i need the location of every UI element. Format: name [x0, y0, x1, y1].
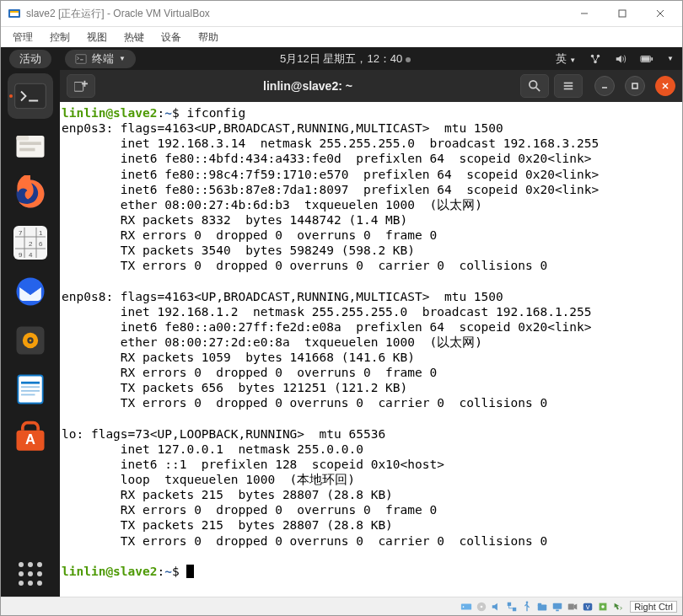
- close-button[interactable]: [641, 2, 679, 26]
- svg-rect-41: [21, 394, 35, 396]
- svg-text:4: 4: [29, 251, 33, 259]
- activities-button[interactable]: 活动: [9, 50, 51, 68]
- notification-dot-icon: [406, 57, 411, 62]
- prompt-user: linlin@slave2: [62, 565, 158, 578]
- dock-item-sudoku[interactable]: 712694: [8, 220, 53, 265]
- terminal-maximize-button[interactable]: [625, 76, 645, 96]
- svg-point-62: [526, 601, 529, 603]
- svg-rect-63: [538, 604, 547, 610]
- status-harddisk-icon[interactable]: [460, 600, 473, 613]
- status-recording-icon[interactable]: [566, 600, 579, 613]
- prompt-user: linlin@slave2: [62, 106, 158, 120]
- minimize-button[interactable]: [565, 2, 603, 26]
- terminal-new-tab-button[interactable]: [67, 74, 95, 98]
- terminal-close-button[interactable]: [655, 76, 675, 96]
- current-app-indicator[interactable]: 终端 ▼: [65, 50, 136, 68]
- dock-item-software[interactable]: A: [8, 415, 53, 461]
- svg-rect-18: [19, 148, 35, 152]
- ubuntu-dock: 712694 A: [1, 70, 60, 597]
- vbox-title: slave2 [正在运行] - Oracle VM VirtualBox: [26, 7, 565, 21]
- svg-rect-39: [21, 386, 40, 388]
- terminal-headerbar[interactable]: linlin@slave2: ~: [60, 70, 682, 102]
- vbox-titlebar[interactable]: slave2 [正在运行] - Oracle VM VirtualBox: [1, 1, 682, 27]
- status-network-icon[interactable]: [505, 600, 519, 613]
- svg-rect-16: [17, 136, 30, 141]
- prompt-path: ~: [164, 565, 172, 578]
- svg-rect-38: [21, 382, 40, 384]
- search-icon: [529, 80, 540, 92]
- command-output: enp0s3: flags=4163<UP,BROADCAST,RUNNING,…: [62, 121, 599, 547]
- dock-item-thunderbird[interactable]: [8, 269, 53, 314]
- svg-point-47: [530, 81, 537, 88]
- terminal-search-button[interactable]: [520, 74, 549, 98]
- svg-point-57: [463, 606, 465, 608]
- input-method-indicator[interactable]: 英 ▼: [556, 51, 577, 67]
- menu-manage[interactable]: 管理: [6, 29, 40, 46]
- status-shared-folders-icon[interactable]: [535, 600, 549, 613]
- vbox-statusbar: V Right Ctrl: [1, 597, 682, 615]
- svg-rect-40: [21, 390, 40, 392]
- cursor: [186, 565, 194, 578]
- menu-devices[interactable]: 设备: [154, 29, 188, 46]
- svg-rect-12: [642, 56, 650, 61]
- status-vrde-icon[interactable]: V: [581, 600, 594, 613]
- status-audio-icon[interactable]: [490, 600, 503, 613]
- dock-item-libreoffice-writer[interactable]: [8, 367, 53, 412]
- svg-text:6: 6: [39, 240, 43, 248]
- svg-text:2: 2: [29, 240, 33, 248]
- terminal-title: linlin@slave2: ~: [100, 79, 515, 93]
- terminal-minimize-button[interactable]: [594, 76, 615, 96]
- maximize-button[interactable]: [603, 2, 641, 26]
- current-app-label: 终端: [92, 51, 114, 67]
- dock-item-rhythmbox[interactable]: [8, 318, 53, 363]
- svg-point-71: [601, 605, 605, 608]
- battery-icon[interactable]: [640, 53, 653, 65]
- svg-rect-7: [76, 54, 86, 63]
- chevron-down-icon: ▼: [119, 55, 126, 62]
- terminal-body[interactable]: linlin@slave2:~$ ifconfig enp0s3: flags=…: [60, 102, 682, 597]
- menu-control[interactable]: 控制: [43, 29, 77, 46]
- system-menu-chevron-icon[interactable]: ▼: [667, 55, 674, 62]
- svg-point-35: [30, 340, 32, 342]
- status-mouse-integration-icon[interactable]: [611, 600, 625, 613]
- svg-text:7: 7: [19, 229, 23, 237]
- svg-rect-36: [18, 376, 42, 404]
- terminal-icon: [75, 53, 87, 65]
- svg-rect-67: [568, 603, 574, 609]
- command-text: ifconfig: [186, 106, 245, 120]
- svg-rect-61: [513, 607, 516, 610]
- dock-item-files[interactable]: [8, 122, 53, 168]
- hamburger-icon: [562, 80, 574, 92]
- status-optical-icon[interactable]: [475, 600, 488, 613]
- status-display-icon[interactable]: [551, 600, 564, 613]
- app-grid-icon: [19, 562, 42, 586]
- svg-rect-2: [10, 11, 19, 13]
- vbox-menubar: 管理 控制 视图 热键 设备 帮助: [1, 27, 682, 47]
- svg-line-48: [536, 88, 540, 91]
- dock-item-terminal[interactable]: [8, 73, 53, 119]
- status-cpu-icon[interactable]: [596, 600, 610, 613]
- svg-rect-13: [651, 57, 653, 61]
- svg-rect-4: [619, 10, 626, 17]
- ubuntu-topbar: 活动 终端 ▼ 5月12日 星期五，12：40 英 ▼ ▼: [1, 47, 682, 70]
- svg-text:9: 9: [19, 251, 23, 259]
- host-key-indicator[interactable]: Right Ctrl: [630, 601, 677, 613]
- menu-hotkeys[interactable]: 热键: [117, 29, 151, 46]
- volume-icon[interactable]: [615, 53, 627, 65]
- menu-help[interactable]: 帮助: [191, 29, 225, 46]
- svg-text:1: 1: [39, 229, 43, 237]
- virtualbox-window: slave2 [正在运行] - Oracle VM VirtualBox 管理 …: [0, 0, 683, 616]
- guest-screen: 活动 终端 ▼ 5月12日 星期五，12：40 英 ▼ ▼: [1, 47, 682, 597]
- svg-point-59: [481, 605, 483, 608]
- menu-view[interactable]: 视图: [80, 29, 114, 46]
- network-icon[interactable]: [589, 53, 601, 65]
- prompt-path: ~: [164, 106, 172, 120]
- clock[interactable]: 5月12日 星期五，12：40: [136, 51, 556, 67]
- dock-item-app-grid[interactable]: [8, 551, 53, 597]
- terminal-menu-button[interactable]: [554, 74, 583, 98]
- status-usb-icon[interactable]: [520, 600, 534, 613]
- svg-rect-14: [15, 83, 46, 108]
- terminal-window: linlin@slave2: ~ linlin@slave2:~$ ifconf…: [60, 70, 682, 597]
- svg-rect-65: [553, 603, 562, 608]
- dock-item-firefox[interactable]: [8, 171, 53, 217]
